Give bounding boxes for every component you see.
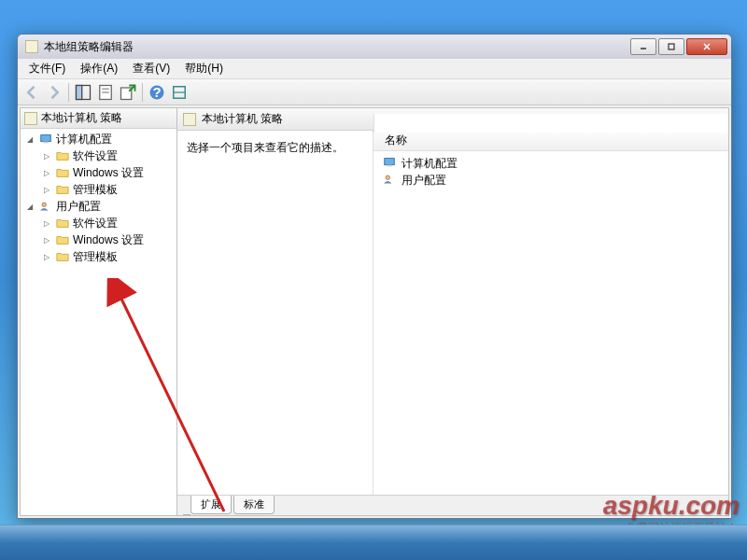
filter-button[interactable] (169, 82, 190, 103)
tree-label: Windows 设置 (73, 232, 144, 248)
folder-icon (55, 166, 70, 179)
tree-node-computer-config[interactable]: ◢ 计算机配置 (21, 131, 176, 147)
back-button[interactable] (21, 82, 42, 103)
taskbar[interactable] (0, 525, 747, 560)
description-pane: 选择一个项目来查看它的描述。 (177, 131, 374, 495)
svg-rect-17 (385, 159, 395, 165)
folder-icon (55, 183, 70, 196)
maximize-button[interactable] (658, 38, 684, 55)
tree-node-user-config[interactable]: ◢ 用户配置 (21, 198, 176, 215)
tree-root-label: 本地计算机 策略 (41, 110, 122, 126)
document-icon (24, 112, 37, 125)
user-icon (383, 174, 398, 187)
main-title: 本地计算机 策略 (202, 111, 283, 127)
list-item-computer-config[interactable]: 计算机配置 (374, 155, 728, 172)
list-item-user-config[interactable]: 用户配置 (374, 172, 728, 189)
folder-icon (55, 233, 70, 246)
tree-label: 计算机配置 (56, 132, 112, 147)
titlebar[interactable]: 本地组策略编辑器 (18, 35, 731, 59)
computer-icon (383, 157, 398, 170)
tree-node-user-windows-settings[interactable]: ▷ Windows 设置 (21, 231, 176, 248)
list-body: 计算机配置 用户配置 (374, 151, 728, 192)
folder-icon (55, 149, 70, 162)
computer-icon (38, 133, 53, 146)
tree-label: 软件设置 (73, 216, 118, 231)
column-name-label: 名称 (385, 133, 407, 148)
expand-icon[interactable]: ▷ (41, 150, 52, 161)
tab-connector (183, 504, 190, 515)
column-header[interactable]: 名称 (374, 131, 728, 151)
description-text: 选择一个项目来查看它的描述。 (187, 141, 344, 154)
tree-label: 管理模板 (73, 249, 118, 265)
minimize-button[interactable] (630, 38, 656, 55)
window-title: 本地组策略编辑器 (44, 39, 630, 55)
svg-rect-5 (77, 85, 82, 99)
window-controls (630, 38, 727, 55)
close-button[interactable] (686, 38, 727, 55)
list-item-label: 用户配置 (402, 173, 446, 189)
svg-rect-14 (41, 135, 51, 142)
tree-label: 软件设置 (73, 148, 118, 164)
show-hide-tree-button[interactable] (73, 82, 93, 103)
tree-panel: 本地计算机 策略 ◢ 计算机配置 ▷ 软件设置 ▷ Windows 设置 (21, 108, 177, 515)
expand-icon[interactable]: ▷ (41, 167, 52, 178)
watermark: aspku.com (603, 491, 740, 521)
svg-point-19 (386, 175, 389, 179)
folder-icon (55, 250, 70, 263)
main-content: 选择一个项目来查看它的描述。 名称 计算机配置 用户配置 (177, 131, 728, 495)
tree-header: 本地计算机 策略 (21, 108, 176, 129)
svg-rect-1 (669, 44, 674, 49)
toolbar-separator (68, 83, 69, 102)
tree-body[interactable]: ◢ 计算机配置 ▷ 软件设置 ▷ Windows 设置 ▷ 管理 (21, 129, 176, 515)
forward-button[interactable] (44, 82, 64, 103)
collapse-icon[interactable]: ◢ (24, 201, 35, 212)
app-window: 本地组策略编辑器 文件(F) 操作(A) 查看(V) 帮助(H) ? 本地计算机… (17, 34, 732, 519)
tree-node-user-admin-templates[interactable]: ▷ 管理模板 (21, 248, 176, 265)
export-button[interactable] (118, 82, 138, 103)
collapse-icon[interactable]: ◢ (24, 133, 35, 145)
expand-icon[interactable]: ▷ (41, 251, 52, 262)
tree-label: Windows 设置 (73, 165, 144, 181)
tree-node-user-software-settings[interactable]: ▷ 软件设置 (21, 215, 176, 231)
tree-node-admin-templates[interactable]: ▷ 管理模板 (21, 181, 176, 198)
tree-label: 管理模板 (73, 182, 118, 198)
svg-rect-15 (43, 142, 48, 144)
menubar: 文件(F) 操作(A) 查看(V) 帮助(H) (18, 59, 731, 79)
tree-node-windows-settings[interactable]: ▷ Windows 设置 (21, 164, 176, 181)
menu-action[interactable]: 操作(A) (73, 59, 125, 78)
list-item-label: 计算机配置 (402, 156, 458, 172)
tab-extended[interactable]: 扩展 (190, 496, 232, 514)
svg-point-16 (42, 203, 46, 206)
list-pane: 名称 计算机配置 用户配置 (374, 131, 728, 495)
menu-view[interactable]: 查看(V) (125, 59, 177, 78)
user-icon (38, 200, 53, 213)
expand-icon[interactable]: ▷ (41, 234, 52, 245)
help-button[interactable]: ? (147, 82, 167, 103)
menu-help[interactable]: 帮助(H) (177, 59, 231, 78)
toolbar: ? (18, 79, 731, 105)
app-icon (25, 40, 38, 53)
toolbar-separator (142, 83, 143, 102)
properties-button[interactable] (95, 82, 116, 103)
expand-icon[interactable]: ▷ (41, 184, 52, 195)
document-icon (183, 113, 196, 126)
main-panel: 本地计算机 策略 选择一个项目来查看它的描述。 名称 计算机配置 (177, 108, 728, 515)
menu-file[interactable]: 文件(F) (21, 59, 73, 78)
tab-standard[interactable]: 标准 (233, 496, 275, 514)
tree-node-software-settings[interactable]: ▷ 软件设置 (21, 147, 176, 164)
tab-notch (374, 114, 728, 133)
tree-label: 用户配置 (56, 199, 101, 215)
svg-text:?: ? (152, 84, 161, 100)
content-area: 本地计算机 策略 ◢ 计算机配置 ▷ 软件设置 ▷ Windows 设置 (20, 107, 729, 516)
svg-rect-18 (387, 165, 391, 167)
expand-icon[interactable]: ▷ (41, 217, 52, 229)
folder-icon (55, 217, 70, 230)
